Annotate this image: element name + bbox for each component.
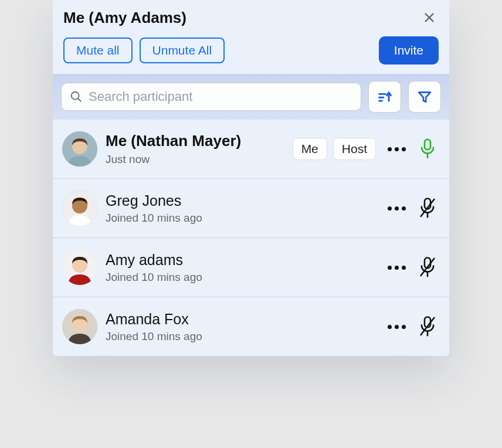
participant-name: Amanda Fox	[106, 310, 376, 328]
microphone-off-icon	[418, 256, 437, 279]
participant-subtext: Joined 10 mins ago	[106, 330, 376, 343]
participant-row: Me (Nathan Mayer) Just now MeHost	[53, 120, 449, 178]
host-badge: Host	[333, 138, 376, 160]
mic-status[interactable]	[418, 196, 437, 220]
svg-point-2	[72, 92, 79, 100]
participant-info: Amy adams Joined 10 mins ago	[106, 251, 376, 284]
search-box[interactable]	[61, 83, 361, 111]
avatar-image	[62, 131, 97, 167]
participants-panel: Me (Amy Adams) Mute all Unmute All Invit…	[53, 0, 449, 356]
more-button[interactable]	[384, 321, 409, 332]
unmute-all-button[interactable]: Unmute All	[140, 38, 225, 63]
filter-icon	[417, 89, 432, 104]
participant-badges: MeHost	[293, 138, 376, 160]
microphone-off-icon	[418, 197, 437, 219]
participant-subtext: Joined 10 mins ago	[106, 212, 376, 225]
avatar-image	[62, 309, 97, 344]
mic-status[interactable]	[418, 137, 437, 161]
participant-name: Me (Nathan Mayer)	[106, 132, 284, 150]
search-input[interactable]	[89, 89, 352, 104]
mute-all-button[interactable]: Mute all	[63, 38, 133, 63]
filter-button[interactable]	[408, 81, 441, 113]
microphone-off-icon	[418, 315, 437, 338]
me-badge: Me	[293, 138, 327, 160]
microphone-on-icon	[419, 138, 436, 160]
sort-button[interactable]	[368, 81, 401, 113]
avatar	[62, 309, 97, 344]
mic-status[interactable]	[418, 315, 437, 338]
participant-list: Me (Nathan Mayer) Just now MeHost Greg J…	[53, 120, 449, 356]
avatar	[62, 191, 97, 226]
participant-subtext: Just now	[106, 153, 284, 166]
more-button[interactable]	[384, 203, 409, 214]
invite-button[interactable]: Invite	[379, 36, 439, 65]
participant-row: Greg Jones Joined 10 mins ago	[53, 178, 449, 237]
participant-name: Greg Jones	[106, 192, 376, 209]
avatar	[62, 250, 97, 285]
participant-info: Amanda Fox Joined 10 mins ago	[106, 310, 376, 343]
panel-header: Me (Amy Adams) Mute all Unmute All Invit…	[53, 0, 449, 70]
avatar-image	[62, 191, 97, 226]
svg-rect-10	[425, 140, 430, 150]
search-row	[53, 74, 449, 120]
more-button[interactable]	[384, 262, 409, 273]
participant-row: Amanda Fox Joined 10 mins ago	[53, 297, 449, 356]
participant-name: Amy adams	[106, 251, 376, 269]
avatar	[62, 131, 97, 167]
svg-line-3	[78, 99, 82, 102]
participant-row: Amy adams Joined 10 mins ago	[53, 237, 449, 297]
avatar-image	[62, 250, 97, 285]
mic-status[interactable]	[418, 256, 437, 279]
participant-subtext: Joined 10 mins ago	[106, 271, 376, 284]
close-icon	[423, 11, 436, 24]
panel-title: Me (Amy Adams)	[63, 9, 186, 27]
more-button[interactable]	[384, 144, 409, 155]
close-button[interactable]	[420, 8, 439, 27]
search-icon	[70, 90, 83, 103]
participant-info: Greg Jones Joined 10 mins ago	[106, 192, 376, 225]
participant-info: Me (Nathan Mayer) Just now	[106, 132, 284, 165]
sort-icon	[376, 89, 393, 105]
